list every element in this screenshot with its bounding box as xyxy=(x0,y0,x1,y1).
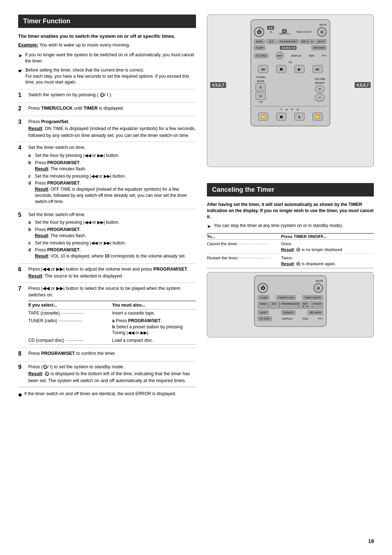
tape-section: T A P E ⏪ ⏹ ⏴ ⏩ xyxy=(254,106,327,121)
timer-clock-r2[interactable]: TIMER/CLOCK xyxy=(276,295,296,300)
play-button[interactable]: ▶ xyxy=(294,65,305,73)
repeat-label: REPEAT xyxy=(315,82,325,84)
play-pause-button[interactable]: ●/II xyxy=(276,52,284,60)
right-column: 4,5,6,7 4,5,6,7 MUTE ⏻ 1,9 TL xyxy=(207,15,374,540)
rep-button[interactable]: REP. A→B xyxy=(300,39,315,44)
aux-button-r2[interactable]: AUX xyxy=(269,301,279,309)
srs-wow-r2[interactable]: SRS WOW xyxy=(307,310,323,315)
step-3: 3 Press Program/Set. Result: ON TIME is … xyxy=(18,116,196,139)
stop-button[interactable]: ⏹ xyxy=(276,65,286,73)
tuning-label: TUNING xyxy=(256,76,266,78)
note1-text: If you no longer want the system to be s… xyxy=(25,52,196,64)
step-2-num: 2 xyxy=(18,104,26,113)
pty-r2: PTY xyxy=(318,317,323,320)
step-6: 6 Press |◀◀ or ▶▶| button to adjust the … xyxy=(18,263,196,280)
mute-button-remote1[interactable]: 🔇 xyxy=(317,27,327,37)
step-4: 4 Set the timer switch-on time. aSet the… xyxy=(18,142,196,206)
remote-body: MUTE ⏻ 1,9 TL 2 TIMER/CLO xyxy=(250,19,330,126)
cd-sync-button[interactable]: CD SYNC xyxy=(254,53,268,58)
tl-label: TL xyxy=(270,31,273,33)
cancel-section: Canceling the Timer After having set the… xyxy=(207,183,374,337)
step-2-content: Press TIMER/CLOCK until TIMER is display… xyxy=(28,105,196,112)
step-1: 1 Switch the system on by pressing ( ⏻/ … xyxy=(18,89,196,100)
footer-note-text: If the timer switch on and off times are… xyxy=(24,391,176,397)
arrow-icon-cancel: ➤ xyxy=(207,223,211,230)
step-5-num: 5 xyxy=(18,211,26,219)
step-9: 9 Press (⏻/ I) to set the system to stan… xyxy=(18,361,196,384)
tuner-button-r2[interactable]: TUNER xyxy=(258,295,269,300)
tape-ff-button[interactable]: ⏩ xyxy=(313,113,323,121)
step-9-num: 9 xyxy=(18,363,26,372)
aux-button[interactable]: AUX xyxy=(266,39,277,44)
step-7-num: 7 xyxy=(18,284,26,293)
step-6-content: Press |◀◀ or ▶▶| button to adjust the vo… xyxy=(28,266,196,280)
example-text: You wish to wake up to music every morni… xyxy=(40,42,130,48)
cancel-note: ➤ You can stop the timer at any time (sy… xyxy=(207,223,374,230)
sleep-button[interactable]: SLEEP xyxy=(254,45,265,50)
diamond-icon: ◆ xyxy=(18,391,22,398)
plus10-label: +10 xyxy=(258,101,263,103)
example-label: Example: xyxy=(18,42,38,48)
rep-button-r2[interactable]: REP. A→B xyxy=(299,301,312,309)
tape-rew-button[interactable]: ⏪ xyxy=(258,113,268,121)
display-label: DISPLAY xyxy=(291,54,302,57)
mute-button-remote2[interactable]: 🔇 xyxy=(314,283,323,293)
note2-text: Before setting the timer, check that the… xyxy=(25,67,196,73)
step-1-num: 1 xyxy=(18,91,26,100)
note-icon-2: ☛ xyxy=(18,68,23,75)
pty-label: PTY xyxy=(322,54,327,57)
cd-sync-r2[interactable]: CD SYNC xyxy=(258,316,272,321)
vol-up-button[interactable]: + xyxy=(315,85,325,93)
tape-transport-row: ⏪ ⏹ ⏴ ⏩ xyxy=(254,113,327,121)
program-set-r2[interactable]: PROGRAM/SET xyxy=(279,301,299,309)
cancel-row-1: Cancel the timer ··················· Onc… xyxy=(207,240,374,254)
cancel-row-2: Restart the timer ····················· … xyxy=(207,254,374,268)
step-8-num: 8 xyxy=(18,349,26,358)
eq-bass-button-r2[interactable]: EQ/BASS xyxy=(281,310,295,315)
sleep-button-r2[interactable]: SLEEP xyxy=(258,310,269,315)
cd-label: CD xyxy=(254,61,327,64)
cancel-table: To... Press TIMER ON/OFF... Cancel the t… xyxy=(207,233,374,268)
cancel-timer-title: Canceling the Timer xyxy=(207,183,374,197)
next-button[interactable]: ⏭ xyxy=(313,65,323,73)
remote2-body: MUTE ⏻ 🔇 TUNER TIMER/CLOCK TIMER ON/OFF xyxy=(254,275,327,327)
cancel-note-text: You can stop the timer at any time (syst… xyxy=(214,223,343,229)
prev-button[interactable]: ⏮ xyxy=(258,65,268,73)
step-8-content: Press PROGRAM/SET to confirm the timer. xyxy=(28,350,196,357)
rds-label: RDS xyxy=(309,54,314,57)
note2: ☛ Before setting the timer, check that t… xyxy=(18,67,196,85)
band-button-r2[interactable]: BAND xyxy=(258,301,269,309)
step-1-content: Switch the system on by pressing ( ⏻/ I … xyxy=(28,92,196,98)
volume-label: VOLUME xyxy=(314,78,325,80)
step-4-content: Set the timer switch-on time. aSet the h… xyxy=(28,144,196,206)
step-2: 2 Press TIMER/CLOCK until TIMER is displ… xyxy=(18,102,196,113)
transport-row-1: ⏮ ⏹ ▶ ⏭ xyxy=(254,65,327,73)
step-6-num: 6 xyxy=(18,265,26,274)
tape-label: T A P E xyxy=(254,108,327,111)
cancel-intro-bold: After having set the timer, it will star… xyxy=(207,202,374,220)
step-5-content: Set the timer switch-off time. aSet the … xyxy=(28,211,196,261)
srs-wow-button[interactable]: SRS WOW xyxy=(311,45,327,50)
most-button-r2[interactable]: MO/ST xyxy=(312,301,323,309)
tune-up-button[interactable]: ∧ xyxy=(256,83,266,91)
timer-example: Example: You wish to wake up to music ev… xyxy=(18,42,196,48)
timer-intro-bold: The timer enables you to switch the syst… xyxy=(18,33,196,40)
note1: ➤ If you no longer want the system to be… xyxy=(18,52,196,64)
step-3-content: Press Program/Set. Result: ON TIME is di… xyxy=(28,118,196,139)
step-3-num: 3 xyxy=(18,118,26,126)
badge-2: 2 xyxy=(282,29,286,33)
timer-onoff-r2[interactable]: TIMER ON/OFF xyxy=(302,295,323,300)
tape-rev-button[interactable]: ⏴ xyxy=(294,113,305,121)
power-button-remote1[interactable]: ⏻ xyxy=(254,27,264,37)
program-set-button[interactable]: PROGRAM/SET xyxy=(278,39,299,44)
left-column: Timer Function The timer enables you to … xyxy=(18,15,196,540)
band-button[interactable]: BAND xyxy=(254,39,265,44)
remote-control-2: MUTE ⏻ 🔇 TUNER TIMER/CLOCK TIMER ON/OFF xyxy=(207,272,374,337)
tune-down-button[interactable]: ∨ xyxy=(256,92,266,100)
tape-stop-button[interactable]: ⏹ xyxy=(276,113,286,121)
power-button-remote2[interactable]: ⏻ xyxy=(258,283,268,293)
step-5: 5 Set the timer switch-off time. aSet th… xyxy=(18,209,196,261)
most-button[interactable]: MO/ST xyxy=(315,39,327,44)
badge-19: 1,9 xyxy=(267,26,274,30)
vol-down-button[interactable]: − xyxy=(315,94,325,102)
